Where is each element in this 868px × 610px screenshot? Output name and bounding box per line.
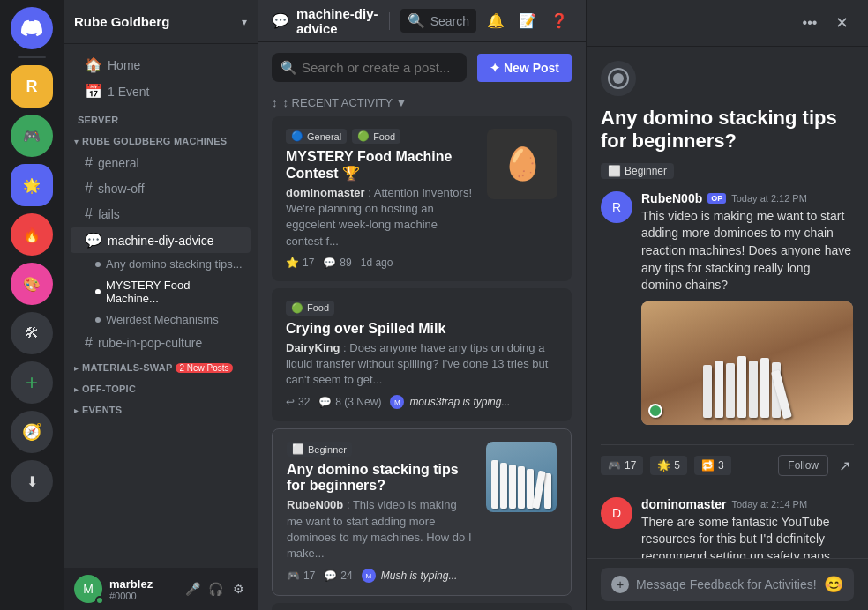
sidebar-item-events[interactable]: 📅 1 Event [71,78,251,104]
close-panel-button[interactable]: ✕ [829,11,854,35]
sidebar-item-show-off[interactable]: # show-off [71,176,251,201]
tag-icon-4: ⬜ [292,443,304,455]
user-info: marblez #0000 [109,577,176,601]
post-content: 🟢 Food Crying over Spilled Milk DairyKin… [286,301,557,410]
post-preview: dominomaster : Attention inventors! We'r… [286,185,476,249]
more-options-button[interactable]: ••• [797,11,822,35]
server-icon-3[interactable]: 🔥 [11,213,53,256]
typing-avatar-2: M [362,569,376,583]
list-item: R RubeN00b OP Today at 2:12 PM This vide… [601,191,854,425]
user-settings-button[interactable]: ⚙ [229,580,247,598]
server-icon-2[interactable]: 🌟 [11,164,53,206]
deafen-button[interactable]: 🎧 [206,580,224,598]
section-arrow-icon-4: ▸ [74,405,79,415]
section-arrow-icon: ▾ [74,137,79,146]
add-message-button[interactable]: + [611,576,629,593]
sidebar-item-fails[interactable]: # fails [71,202,251,227]
recent-activity-bar[interactable]: ↕ ↕ RECENT ACTIVITY ▼ [258,93,586,116]
sidebar-item-general[interactable]: # general [71,151,251,175]
server-header[interactable]: Rube Goldberg ▾ [64,0,258,44]
reply-count-2: ↩ 32 [286,396,310,408]
sidebar-item-rube-pop[interactable]: # rube-in-pop-culture [71,331,251,355]
sidebar-sub-item-weirdest[interactable]: Weirdest Mechanisms [71,309,251,330]
table-row[interactable]: 🔵 General 🟢 Food MYSTERY Food Machine Co… [272,116,572,281]
message-avatar-2: D [601,497,632,529]
table-row[interactable]: 🟢 Food Crying over Spilled Milk DairyKin… [272,288,572,422]
search-post-icon: 🔍 [281,60,297,76]
message-header: RubeN00b OP Today at 2:12 PM [641,191,854,205]
rube-goldberg-server-icon[interactable]: R [11,65,53,108]
forum-channel-title: machine-diy-advice [296,6,378,36]
posts-list: 🔵 General 🟢 Food MYSTERY Food Machine Co… [258,116,586,610]
section-group-machines[interactable]: ▾ RUBE GOLDBERG MACHINES [64,132,258,150]
section-group-events[interactable]: ▸ EVENTS [64,401,258,419]
typing-indicator: M mous3trap is typing... [390,395,510,409]
sidebar-sub-item-mystery[interactable]: MYSTERY Food Machine... [71,275,251,309]
post-detail-tag: ⬜ Beginner [601,163,674,179]
search-placeholder: Search [430,14,469,28]
message-thread: R RubeN00b OP Today at 2:12 PM This vide… [601,191,854,558]
server-chevron-icon: ▾ [242,16,247,28]
svg-point-1 [613,73,624,84]
post-title-2: Crying over Spilled Milk [286,321,557,337]
forum-detail-icon [601,61,636,96]
notification-button[interactable]: 🔔 [483,9,508,33]
post-tags: 🟢 Food [286,301,557,316]
reaction-button-2[interactable]: 🌟 5 [650,456,687,475]
reply-input-area: + Message Feedback for Activities! 😊 [587,558,868,610]
help-button[interactable]: ❓ [547,9,572,33]
post-time: 1d ago [361,257,393,269]
explore-servers-icon[interactable]: 🧭 [11,411,53,453]
post-tag-food-2: 🟢 Food [286,301,334,316]
threads-button[interactable]: 📝 [515,9,540,33]
post-tags-3: ⬜ Beginner [287,442,475,457]
tag-icon: 🔵 [291,130,303,142]
post-reactions-bar: 🎮 17 🌟 5 🔁 3 Follow ↗ [601,444,854,487]
sidebar-sub-item-domino[interactable]: Any domino stacking tips... [71,254,251,274]
header-divider [389,12,390,30]
recent-activity-label: ↕ RECENT ACTIVITY ▼ [283,96,408,109]
post-preview-2: DairyKing : Does anyone have any tips on… [286,340,557,389]
new-posts-badge: 2 New Posts [176,363,232,373]
typing-avatar: M [390,395,404,409]
message-body-2: dominomaster Today at 2:14 PM There are … [641,497,854,558]
forum-toolbar: 🔍 ✦ New Post [258,42,586,93]
table-row[interactable]: ⬜ Beginner Any domino stacking tips for … [272,428,572,596]
mute-button[interactable]: 🎤 [183,580,201,598]
search-post-input[interactable] [272,53,467,82]
message-text: This video is making me want to start ad… [641,208,854,294]
add-server-button[interactable]: + [11,361,53,404]
online-indicator [95,596,104,605]
server-icon-4[interactable]: 🎨 [11,263,53,305]
reply-input-wrapper[interactable]: + Message Feedback for Activities! 😊 [601,568,854,601]
message-username: RubeN00b [641,191,702,205]
sidebar-item-machine-diy-advice[interactable]: 💬 machine-diy-advice [71,227,251,253]
section-group-materials[interactable]: ▸ materials-swap 2 New Posts [64,359,258,376]
message-body: RubeN00b OP Today at 2:12 PM This video … [641,191,854,425]
post-preview-3: RubeN00b : This video is making me want … [287,497,475,562]
section-group-off-topic[interactable]: ▸ OFF-TOPIC [64,380,258,398]
emoji-button[interactable]: 😊 [824,575,843,594]
message-timestamp: Today at 2:12 PM [731,193,807,204]
sidebar-item-home[interactable]: 🏠 Home [71,52,251,78]
user-area: M marblez #0000 🎤 🎧 ⚙ [64,568,258,610]
user-tag: #0000 [109,591,176,601]
reaction-button-1[interactable]: 🎮 17 [601,456,643,475]
search-post-wrapper: 🔍 [272,53,467,82]
server-icon-5[interactable]: 🛠 [11,312,53,354]
tag-dot-icon: ⬜ [608,165,621,177]
follow-button[interactable]: Follow [778,455,828,476]
share-button[interactable]: ↗ [835,454,854,478]
server-icon-1[interactable]: 🎮 [11,115,53,157]
user-avatar: M [74,575,102,603]
header-search[interactable]: 🔍 Search [400,9,476,33]
download-app-icon[interactable]: ⬇ [11,460,53,502]
table-row[interactable]: 🟡 Materials Weirdest Mechanisms potatoba… [272,603,572,610]
reaction-icon-2: 🌟 [657,459,670,472]
new-post-button[interactable]: ✦ New Post [477,54,572,82]
message-image [641,301,853,425]
discord-home-icon[interactable] [11,7,53,49]
hash-icon-4: # [85,335,93,351]
right-panel: ••• ✕ Any domino stacking tips for begin… [586,0,868,610]
reaction-button-3[interactable]: 🔁 3 [694,456,731,475]
